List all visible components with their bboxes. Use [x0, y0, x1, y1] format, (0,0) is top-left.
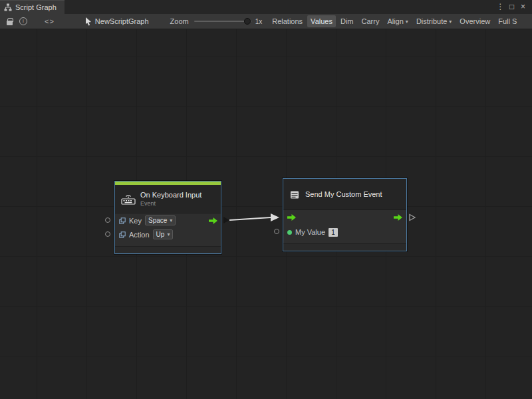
window-controls: ⋮ □ × [495, 0, 532, 14]
tab-script-graph[interactable]: Script Graph [0, 0, 65, 14]
caret-down-icon: ▾ [449, 19, 452, 25]
my-value-input[interactable]: 1 [329, 228, 338, 237]
zoom-slider-handle[interactable] [244, 18, 251, 25]
window-titlebar: Script Graph ⋮ □ × [0, 0, 532, 14]
node-title: Send My Custom Event [305, 190, 382, 198]
graph-pointer-icon [85, 17, 92, 26]
carry-button[interactable]: Carry [358, 15, 383, 27]
node-header: Send My Custom Event [283, 179, 406, 209]
graph-toolbar: i <> NewScriptGraph Zoom 1x Relations Va… [0, 14, 532, 29]
dim-button[interactable]: Dim [337, 15, 357, 27]
my-value-input-port[interactable] [274, 229, 279, 234]
distribute-dropdown-button[interactable]: Distribute ▾ [413, 15, 455, 27]
flow-output-port[interactable] [394, 214, 402, 221]
port-label: Action [129, 231, 150, 239]
port-label: Key [129, 217, 142, 225]
window-menu-icon[interactable]: ⋮ [495, 0, 506, 14]
relations-button[interactable]: Relations [269, 15, 306, 27]
connection-wire[interactable] [229, 217, 271, 220]
action-dropdown[interactable]: Up ▾ [153, 229, 174, 239]
window-maximize-icon[interactable]: □ [506, 0, 517, 14]
fullscreen-button[interactable]: Full S [495, 15, 520, 27]
wire-layer [0, 29, 532, 399]
port-label: My Value [295, 228, 325, 236]
values-button[interactable]: Values [307, 15, 336, 27]
lock-icon[interactable] [7, 21, 13, 25]
key-dropdown-value: Space [148, 217, 167, 224]
flow-ports-row [283, 210, 406, 225]
port-type-icon [119, 217, 126, 224]
wire-arrowhead-icon [271, 213, 279, 221]
node-footer [115, 246, 221, 253]
my-value-row: My Value 1 [283, 225, 406, 239]
info-icon[interactable]: i [19, 17, 27, 25]
zoom-value: 1x [255, 18, 263, 25]
port-type-icon [119, 231, 126, 238]
flow-output-port[interactable] [209, 217, 217, 224]
key-dropdown[interactable]: Space ▾ [145, 215, 176, 225]
code-icon[interactable]: <> [45, 17, 55, 25]
flow-input-port[interactable] [287, 214, 296, 221]
zoom-label: Zoom [170, 17, 189, 25]
align-dropdown-button[interactable]: Align ▾ [384, 15, 411, 27]
tab-title: Script Graph [15, 3, 57, 11]
zoom-slider[interactable] [194, 17, 251, 25]
caret-down-icon: ▾ [167, 231, 170, 237]
caret-down-icon: ▾ [406, 19, 408, 25]
window-close-icon[interactable]: × [517, 0, 529, 14]
node-subtitle: Event [140, 200, 201, 207]
key-input-port[interactable] [105, 217, 110, 223]
node-header: On Keyboard Input Event [115, 185, 221, 213]
keyboard-icon [121, 194, 136, 205]
custom-event-icon [289, 189, 301, 200]
node-on-keyboard-input[interactable]: On Keyboard Input Event Key Space ▾ [114, 181, 221, 254]
zoom-slider-track [194, 21, 251, 22]
overview-button[interactable]: Overview [456, 15, 493, 27]
graph-canvas[interactable]: On Keyboard Input Event Key Space ▾ [0, 29, 532, 399]
action-input-port[interactable] [105, 231, 110, 237]
value-port-dot[interactable] [287, 230, 292, 235]
action-port-row: Action Up ▾ [115, 227, 221, 241]
node-footer [283, 243, 406, 251]
wire-start-triangle [223, 217, 229, 223]
caret-down-icon: ▾ [170, 217, 172, 223]
node-title: On Keyboard Input [140, 191, 201, 199]
node-send-my-custom-event[interactable]: Send My Custom Event My Value 1 [283, 178, 407, 251]
flow-output-port-triangle-icon[interactable] [408, 213, 416, 221]
graph-name-label: NewScriptGraph [95, 17, 149, 25]
key-port-row: Key Space ▾ [115, 213, 221, 227]
script-graph-icon [4, 3, 12, 11]
action-dropdown-value: Up [156, 231, 165, 238]
toolbar-buttons: Relations Values Dim Carry Align ▾ Distr… [269, 15, 520, 27]
